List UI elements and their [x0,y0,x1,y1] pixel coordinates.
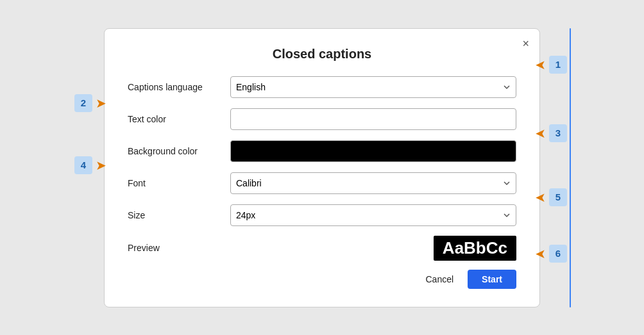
annotation-4: ➤ 4 [74,156,106,174]
size-label: Size [128,210,230,220]
closed-captions-dialog: × Closed captions Captions language Engl… [104,28,540,307]
preview-control: AaBbCc [230,236,516,261]
background-color-control [230,140,516,162]
font-select[interactable]: Calibri Arial Times New Roman Courier Ne… [230,172,516,194]
preview-label: Preview [128,243,230,253]
captions-language-row: Captions language English Spanish French… [128,76,516,99]
size-row: Size 16px 20px 24px 28px 32px [128,204,516,227]
size-select[interactable]: 16px 20px 24px 28px 32px [230,204,516,226]
background-color-row: Background color [128,140,516,163]
text-color-preview[interactable] [230,108,516,130]
font-control: Calibri Arial Times New Roman Courier Ne… [230,172,516,194]
badge-4: 4 [74,156,92,174]
preview-row: Preview AaBbCc [128,236,516,261]
captions-language-select[interactable]: English Spanish French German [230,76,516,98]
preview-text: AaBbCc [434,236,516,261]
captions-language-control: English Spanish French German [230,76,516,98]
badge-6: 6 [549,245,567,263]
badge-1: 1 [549,56,567,74]
close-button[interactable]: × [522,38,529,49]
text-color-control [230,108,516,130]
background-color-preview[interactable] [230,140,516,162]
annotation-2: ➤ 2 [74,94,106,112]
background-color-label: Background color [128,146,230,156]
text-color-label: Text color [128,114,230,124]
font-label: Font [128,178,230,188]
captions-language-label: Captions language [128,82,230,92]
dialog-wrapper: × Closed captions Captions language Engl… [104,28,540,307]
badge-3: 3 [549,124,567,142]
badge-2: 2 [74,94,92,112]
right-border-line [570,28,572,307]
footer-row: Cancel Start [128,270,516,289]
size-control: 16px 20px 24px 28px 32px [230,204,516,226]
cancel-button[interactable]: Cancel [419,270,461,288]
dialog-title: Closed captions [128,47,516,61]
badge-5: 5 [549,188,567,206]
text-color-row: Text color [128,108,516,131]
font-row: Font Calibri Arial Times New Roman Couri… [128,172,516,195]
start-button[interactable]: Start [468,270,516,289]
